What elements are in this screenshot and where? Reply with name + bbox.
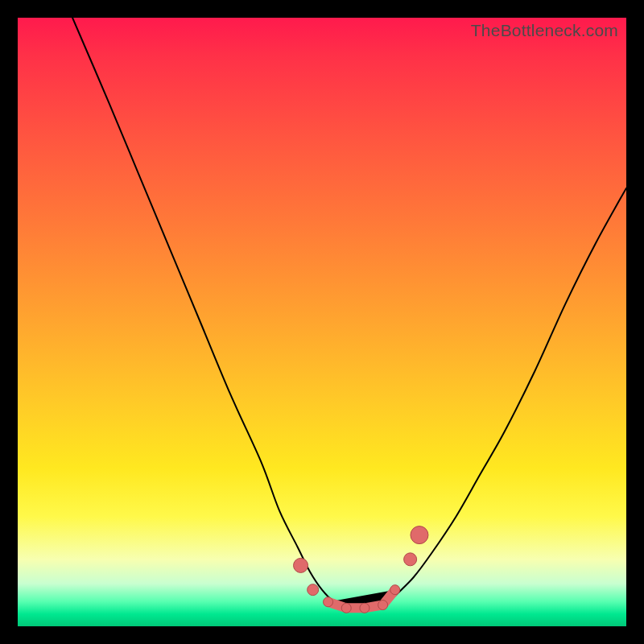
marker-bead [404, 553, 417, 566]
marker-bead [378, 601, 388, 610]
marker-bead [341, 603, 351, 613]
plot-area: TheBottleneck.com [18, 18, 626, 626]
curve-left-branch [72, 18, 346, 608]
marker-bead [390, 585, 400, 595]
curve-right-branch [383, 188, 626, 609]
marker-bead [411, 526, 428, 544]
marker-bead [324, 597, 333, 607]
marker-bead [294, 558, 308, 572]
chart-frame: TheBottleneck.com [0, 0, 644, 644]
marker-bead [360, 603, 369, 613]
bottleneck-curve [18, 18, 626, 626]
marker-bead [308, 584, 319, 596]
bottleneck-markers [294, 526, 428, 613]
